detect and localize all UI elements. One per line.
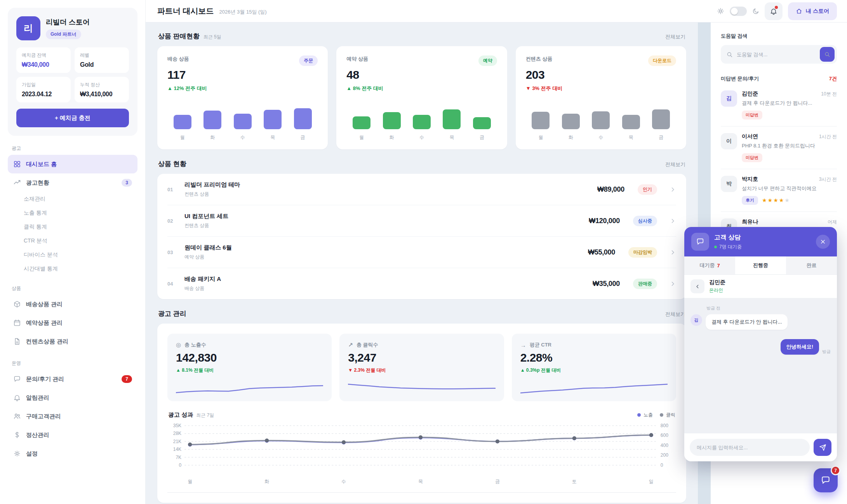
sidebar-subitem[interactable]: 시간대별 통계 [8, 262, 137, 276]
product-rank: 01 [167, 187, 177, 192]
day-label: 월 [526, 134, 556, 141]
day-label: 목 [437, 134, 467, 141]
bell-icon [13, 394, 21, 402]
customer-avatar: 김 [690, 314, 702, 326]
outgoing-message-row: 안녕하세요! 방금 [690, 339, 831, 355]
ad-performance-title: 광고 성과 [168, 411, 193, 419]
chat-bubble-icon [821, 475, 831, 485]
product-row[interactable]: 04 배송 패키지 A 배송 상품 ₩35,000 판매중 [167, 268, 676, 299]
chat-send-button[interactable] [814, 439, 831, 456]
chat-message-input[interactable] [690, 439, 810, 456]
menu-count-badge: 7 [122, 375, 132, 383]
kpi-icon: → [520, 342, 526, 348]
legend-item: 노출 [637, 412, 653, 418]
product-rank: 03 [167, 249, 177, 255]
svg-text:월: 월 [188, 479, 192, 484]
kpi-label: 총 노출수 [184, 341, 206, 348]
stat-value: 203 [526, 68, 676, 81]
chat-tab-waiting[interactable]: 대기중7 [684, 256, 735, 274]
products-view-all-link[interactable]: 전체보기 [665, 161, 685, 168]
nav-section-label: 광고 [12, 145, 134, 152]
sidebar-subitem[interactable]: 클릭 통계 [8, 220, 137, 234]
deposit-charge-button[interactable]: + 예치금 충전 [16, 109, 129, 127]
kpi-value: 3,247 [348, 351, 495, 364]
chat-launcher-button[interactable]: 7 [814, 468, 838, 492]
inquiries-count: 7건 [829, 75, 837, 82]
sidebar-item[interactable]: 문의/후기 관리7 [8, 370, 137, 388]
inquiry-time: 3시간 전 [819, 176, 837, 183]
ads-view-all-link[interactable]: 전체보기 [665, 311, 685, 318]
product-type: 컨텐츠 상품 [184, 222, 582, 229]
mini-bar [622, 115, 640, 129]
inquiry-name: 박지호 [742, 176, 758, 183]
sidebar-item[interactable]: 예약상품 관리 [8, 313, 137, 332]
outgoing-message-bubble: 안녕하세요! [781, 339, 819, 355]
product-status-badge: 인기 [638, 184, 657, 195]
theme-toggle[interactable] [730, 7, 747, 16]
product-price: ₩89,000 [597, 185, 624, 194]
moon-icon [752, 8, 759, 15]
sidebar-item[interactable]: 구매고객관리 [8, 407, 137, 426]
chat-tab-done[interactable]: 완료 [786, 256, 837, 274]
sidebar-subitem[interactable]: CTR 분석 [8, 234, 137, 248]
kpi-value: 2.28% [520, 351, 668, 364]
svg-text:화: 화 [264, 479, 269, 484]
help-search-title: 도움말 검색 [721, 33, 837, 40]
day-label: 수 [228, 134, 257, 141]
inquiry-item[interactable]: 박 박지호 3시간 전 설치가 너무 편하고 직관적이에요 후기★★★★★ [721, 169, 837, 212]
chat-messages: 방금 전 김 결제 후 다운로드가 안 됩니다... 안녕하세요! 방금 [684, 298, 837, 433]
product-row[interactable]: 02 UI 컴포넌트 세트 컨텐츠 상품 ₩120,000 심사중 [167, 205, 676, 237]
chat-back-button[interactable] [690, 279, 704, 293]
help-search-box [721, 45, 837, 64]
svg-text:200: 200 [661, 453, 668, 458]
day-label: 월 [167, 134, 197, 141]
sidebar-item[interactable]: 알림관리 [8, 388, 137, 407]
day-label: 금 [288, 134, 318, 141]
page-title: 파트너 대시보드 [157, 6, 214, 16]
mini-bar [473, 117, 491, 129]
sales-view-all-link[interactable]: 전체보기 [665, 33, 685, 40]
svg-text:토: 토 [572, 479, 577, 484]
product-status-badge: 심사중 [633, 216, 657, 226]
stat-value: 117 [167, 68, 318, 81]
day-label: 목 [257, 134, 287, 141]
settings-icon [13, 450, 21, 457]
chevron-right-icon[interactable] [670, 281, 676, 287]
help-search-input[interactable] [737, 52, 816, 57]
ads-card: ◎총 노출수 142,830 ▲ 8.1% 전월 대비 ↗총 클릭수 3,247… [157, 324, 686, 503]
home-icon [796, 8, 802, 14]
profile-stat: 누적 정산₩3,410,000 [75, 77, 129, 102]
notifications-button[interactable] [765, 2, 783, 20]
chat-header: 고객 상담 7명 대기중 [684, 227, 837, 256]
sidebar-item[interactable]: 배송상품 관리 [8, 295, 137, 313]
sidebar-item[interactable]: 컨텐츠상품 관리 [8, 332, 137, 351]
header-date: 2026년 3월 15일 (일) [219, 9, 267, 16]
sidebar-item[interactable]: 대시보드 홈 [8, 155, 137, 173]
help-search-button[interactable] [820, 47, 835, 62]
product-row[interactable]: 03 원데이 클래스 6월 예약 상품 ₩55,000 마감임박 [167, 237, 676, 268]
product-row[interactable]: 01 리빌더 프리미엄 테마 컨텐츠 상품 ₩89,000 인기 [167, 174, 676, 205]
profile-stat: 레벨Gold [75, 47, 129, 73]
product-name: UI 컴포넌트 세트 [184, 213, 582, 220]
kpi-icon: ◎ [176, 341, 181, 348]
sidebar-subitem[interactable]: 소재관리 [8, 192, 137, 206]
chevron-right-icon[interactable] [670, 186, 676, 193]
chevron-right-icon[interactable] [670, 249, 676, 256]
sidebar-item[interactable]: 정산관리 [8, 426, 137, 444]
sidebar-item[interactable]: 설정 [8, 444, 137, 463]
inquiry-item[interactable]: 이 이서연 1시간 전 PHP 8.1 환경 호환 문의드립니다 미답변 [721, 126, 837, 169]
kpi-icon: ↗ [348, 341, 353, 348]
inquiry-item[interactable]: 김 김민준 10분 전 결제 후 다운로드가 안 됩니다... 미답변 [721, 84, 837, 126]
ad-performance-chart: 35K28K21K14K7K08006004002000월화수목금토일 [167, 420, 676, 488]
svg-text:35K: 35K [173, 423, 181, 428]
chevron-right-icon[interactable] [670, 218, 676, 224]
sidebar-subitem[interactable]: 디바이스 분석 [8, 248, 137, 262]
mini-bar-chart [167, 104, 318, 129]
sidebar-item[interactable]: 광고현황3 [8, 173, 137, 192]
kpi-delta: ▲ 0.3%p 전월 대비 [520, 367, 668, 374]
chat-close-button[interactable] [816, 235, 830, 249]
chat-tab-active[interactable]: 진행중 [735, 256, 786, 274]
sidebar-subitem[interactable]: 노출 통계 [8, 206, 137, 220]
nav-section-label: 운영 [12, 360, 134, 367]
my-store-button[interactable]: 내 스토어 [788, 2, 837, 20]
